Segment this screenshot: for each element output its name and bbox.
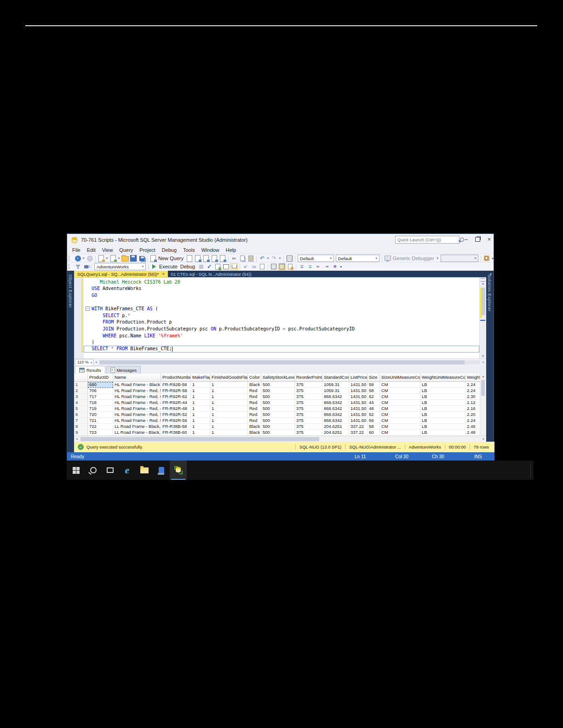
grid-cell[interactable]: 500 bbox=[261, 424, 295, 430]
grid-cell[interactable]: LB bbox=[420, 388, 465, 394]
grid-cell[interactable]: 375 bbox=[295, 382, 322, 388]
grid-cell[interactable]: 868.6342 bbox=[322, 406, 349, 412]
minimize-button[interactable]: – bbox=[465, 237, 468, 242]
toolbar-grip[interactable] bbox=[69, 264, 72, 269]
grid-cell[interactable]: CM bbox=[380, 424, 420, 430]
grid-cell[interactable]: 1 bbox=[191, 400, 210, 406]
grid-cell[interactable]: 1 bbox=[210, 406, 248, 412]
grid-cell[interactable]: 58 bbox=[368, 382, 380, 388]
column-header-finishedgoodsflag[interactable]: FinishedGoodsFlag bbox=[210, 374, 248, 381]
query-doc-icon[interactable] bbox=[202, 255, 210, 262]
find-icon[interactable] bbox=[483, 255, 490, 262]
grid-cell[interactable]: LB bbox=[420, 406, 465, 412]
close-tab-icon[interactable]: × bbox=[162, 272, 164, 276]
row-number-cell[interactable]: 6 bbox=[74, 412, 88, 418]
grid-cell[interactable]: 1 bbox=[191, 418, 210, 424]
grid-cell[interactable]: 52 bbox=[368, 412, 380, 418]
grid-cell[interactable]: 1 bbox=[191, 394, 210, 400]
grid-cell[interactable]: LB bbox=[420, 382, 465, 388]
table-row[interactable]: 7721HL Road Frame - Red, 56FR-R92R-5611R… bbox=[74, 418, 486, 424]
grid-cell[interactable]: 58 bbox=[368, 424, 380, 430]
grid-cell[interactable]: Red bbox=[248, 394, 261, 400]
table-row[interactable]: 6720HL Road Frame - Red, 52FR-R92R-5211R… bbox=[74, 412, 486, 418]
grid-cell[interactable]: CM bbox=[380, 400, 420, 406]
menu-debug[interactable]: Debug bbox=[159, 247, 180, 253]
grid-cell[interactable]: Red bbox=[248, 400, 261, 406]
grid-cell[interactable]: 1 bbox=[210, 400, 248, 406]
grid-cell[interactable]: 48 bbox=[368, 406, 380, 412]
debug-target-combo[interactable]: ▾ bbox=[441, 255, 478, 262]
parse-icon[interactable]: ✓ bbox=[206, 263, 213, 270]
toolbar-overflow-icon[interactable]: ▾ bbox=[492, 256, 494, 261]
database-combo[interactable]: AdventureWorks▾ bbox=[94, 263, 146, 270]
estimated-plan-icon[interactable] bbox=[214, 263, 221, 270]
grid-cell[interactable]: 868.6342 bbox=[322, 400, 349, 406]
row-number-cell[interactable]: 8 bbox=[74, 424, 88, 430]
grid-cell[interactable]: Red bbox=[248, 406, 261, 412]
grid-cell[interactable]: FR-R38B-60 bbox=[161, 430, 191, 436]
open-folder-icon[interactable] bbox=[121, 255, 129, 262]
menu-project[interactable]: Project bbox=[136, 247, 158, 253]
grid-cell[interactable]: HL Road Frame - Black, 58 bbox=[113, 382, 161, 388]
grid-cell[interactable]: 500 bbox=[261, 388, 295, 394]
grid-cell[interactable]: 2.30 bbox=[465, 394, 480, 400]
snippets-icon[interactable]: 2s bbox=[250, 263, 258, 270]
collapse-icon[interactable]: − bbox=[86, 307, 90, 311]
grid-cell[interactable]: 1 bbox=[191, 406, 210, 412]
grid-cell[interactable]: 1431.50 bbox=[349, 400, 368, 406]
column-header-weightunitmeasurecode[interactable]: WeightUnitMeasureCode bbox=[420, 374, 465, 381]
grid-cell[interactable]: LL Road Frame - Black, 58 bbox=[113, 424, 161, 430]
menu-query[interactable]: Query bbox=[116, 247, 136, 253]
grid-cell[interactable]: 1431.50 bbox=[349, 418, 368, 424]
grid-cell[interactable]: LB bbox=[420, 430, 465, 436]
grid-cell[interactable]: 500 bbox=[261, 394, 295, 400]
code-line-8[interactable]: JOIN Production.ProductSubcategory psc O… bbox=[84, 325, 479, 332]
grid-horizontal-scrollbar[interactable]: ◂ ▸ bbox=[74, 436, 486, 442]
code-line-4[interactable] bbox=[84, 299, 479, 306]
grid-cell[interactable]: 1 bbox=[191, 412, 210, 418]
results-grid-icon[interactable] bbox=[278, 263, 286, 270]
comment-icon[interactable]: ☰ bbox=[298, 263, 305, 270]
grid-cell[interactable]: 720 bbox=[88, 412, 113, 418]
grid-cell[interactable]: FR-R92R-58 bbox=[161, 388, 191, 394]
grid-cell[interactable]: 204.6251 bbox=[322, 424, 349, 430]
grid-cell[interactable]: CM bbox=[380, 406, 420, 412]
grid-cell[interactable]: 1 bbox=[210, 412, 248, 418]
code-line-5[interactable]: −WITH BikeFrames_CTE AS ( bbox=[84, 305, 479, 312]
grid-cell[interactable]: 375 bbox=[295, 424, 322, 430]
grid-cell[interactable]: 1 bbox=[210, 430, 248, 436]
table-row[interactable]: 2706HL Road Frame - Red, 58FR-R92R-5811R… bbox=[74, 388, 486, 394]
row-number-cell[interactable]: 3 bbox=[74, 394, 88, 400]
intellisense-toggle-icon[interactable] bbox=[230, 263, 238, 270]
grid-cell[interactable]: 500 bbox=[261, 418, 295, 424]
grid-cell[interactable]: FR-R92R-48 bbox=[161, 406, 191, 412]
redo-icon[interactable]: ↷ bbox=[270, 255, 278, 262]
grid-cell[interactable]: 500 bbox=[261, 430, 295, 436]
code-line-7[interactable]: FROM Production.Product p bbox=[84, 319, 479, 326]
quick-launch-box[interactable] bbox=[395, 236, 460, 244]
execute-button[interactable]: Execute bbox=[159, 264, 178, 269]
column-header-productid[interactable]: ProductID bbox=[88, 374, 113, 381]
grid-cell[interactable]: FR-R92R-44 bbox=[161, 400, 191, 406]
grid-cell[interactable]: 721 bbox=[88, 418, 113, 424]
grid-cell[interactable]: HL Road Frame - Red, 58 bbox=[113, 388, 161, 394]
grid-cell[interactable]: LB bbox=[420, 394, 465, 400]
grid-cell[interactable]: 868.6342 bbox=[322, 394, 349, 400]
grid-cell[interactable]: FR-R92R-62 bbox=[161, 394, 191, 400]
grid-cell[interactable]: 719 bbox=[88, 406, 113, 412]
save-icon[interactable] bbox=[130, 255, 137, 262]
grid-cell[interactable]: LB bbox=[420, 412, 465, 418]
copy-icon[interactable] bbox=[239, 255, 246, 262]
grid-cell[interactable]: Red bbox=[248, 388, 261, 394]
table-row[interactable]: 3717HL Road Frame - Red, 62FR-R92R-6211R… bbox=[74, 394, 486, 400]
grid-cell[interactable]: HL Road Frame - Red, 48 bbox=[113, 406, 161, 412]
column-header-weight[interactable]: Weight bbox=[465, 374, 480, 381]
column-header-listprice[interactable]: ListPrice bbox=[349, 374, 368, 381]
grid-cell[interactable]: 2.24 bbox=[465, 418, 480, 424]
grid-cell[interactable]: FR-R38B-58 bbox=[161, 424, 191, 430]
object-explorer-tab[interactable]: Object Explorer bbox=[68, 274, 73, 308]
grid-cell[interactable]: 1 bbox=[191, 424, 210, 430]
grid-cell[interactable]: 1 bbox=[191, 430, 210, 436]
debug-button[interactable]: Debug bbox=[180, 264, 195, 269]
debug-step-icon[interactable]: ✱ bbox=[331, 263, 339, 270]
